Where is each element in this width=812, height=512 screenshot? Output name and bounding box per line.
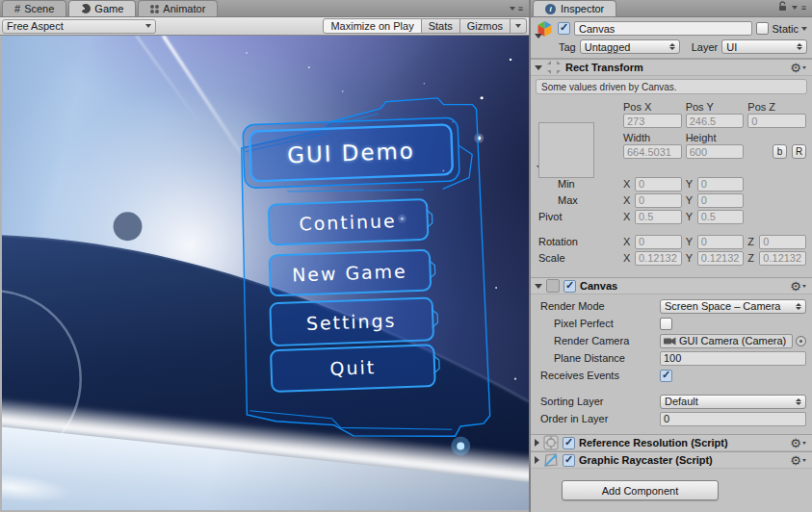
gear-icon[interactable]: ⚙ (790, 454, 806, 467)
chevron-down-icon[interactable] (792, 6, 798, 10)
graphic-raycaster-icon (543, 452, 559, 468)
glow-orb (451, 436, 470, 455)
gear-icon[interactable]: ⚙ (790, 437, 806, 449)
pos-x-label: Pos X (623, 100, 682, 113)
anchor-preview[interactable] (538, 122, 594, 178)
tab-animator-label: Animator (163, 3, 205, 14)
gear-icon[interactable]: ⚙ (790, 280, 806, 293)
anchor-min-x-field[interactable]: 0 (635, 177, 682, 192)
rotation-y-field[interactable]: 0 (697, 235, 745, 249)
rotation-z-field[interactable]: 0 (759, 235, 806, 249)
component-enabled-checkbox[interactable] (563, 454, 575, 467)
tab-inspector-label: Inspector (561, 3, 604, 14)
graphic-raycaster-title: Graphic Raycaster (Script) (579, 454, 713, 466)
lock-icon[interactable] (778, 1, 788, 13)
foldout-open-icon[interactable] (535, 284, 542, 289)
menu-button-continue[interactable]: Continue (269, 199, 433, 245)
static-dropdown-icon[interactable] (801, 27, 807, 31)
width-field[interactable]: 664.5031 (623, 144, 682, 159)
pivot-label: Pivot (538, 211, 623, 222)
gameobject-header: Canvas Static Tag Untagged Layer UI (531, 17, 812, 59)
active-checkbox[interactable] (558, 22, 570, 35)
rect-transform-header[interactable]: Rect Transform ⚙ (531, 59, 812, 76)
canvas-enabled-checkbox[interactable] (563, 280, 576, 293)
pivot-y-field[interactable]: 0.5 (697, 210, 745, 224)
raw-edit-mode-button[interactable]: R (792, 144, 806, 159)
scale-z-field[interactable]: 0.12132 (759, 251, 806, 266)
layer-label: Layer (692, 41, 719, 53)
height-field[interactable]: 600 (686, 144, 745, 159)
inspector-menu-icon[interactable]: ≡ (801, 3, 807, 13)
pane-dropdown-icon[interactable] (510, 7, 515, 11)
rotation-row: Rotation X0 Y0 Z0 (538, 234, 806, 249)
anchor-min-y-field[interactable]: 0 (697, 177, 745, 192)
tag-label: Tag (559, 41, 576, 53)
height-label: Height (686, 131, 745, 143)
aspect-dropdown[interactable]: Free Aspect (2, 19, 156, 34)
stats-button[interactable]: Stats (422, 18, 460, 34)
game-toolbar: Free Aspect Maximize on Play Stats Gizmo… (0, 17, 529, 36)
foldout-closed-icon[interactable] (535, 456, 539, 464)
gizmos-dropdown-button[interactable] (511, 18, 527, 34)
order-in-layer-label: Order in Layer (540, 413, 660, 424)
render-camera-object-field[interactable]: GUI Camera (Camera) (660, 334, 793, 348)
pivot-row: Pivot X0.5 Y0.5 (538, 209, 806, 224)
menu-button-settings[interactable]: Settings (270, 297, 438, 346)
render-mode-label: Render Mode (540, 300, 660, 312)
icon-dropdown-arrow[interactable] (535, 34, 542, 38)
tab-animator[interactable]: Animator (138, 0, 218, 16)
tab-scene[interactable]: # Scene (2, 0, 66, 16)
plane-distance-field[interactable]: 100 (660, 351, 806, 366)
min-label: Min (538, 178, 623, 190)
menu-button-label: New Game (292, 260, 407, 285)
layer-dropdown[interactable]: UI (721, 39, 807, 54)
game-view-icon (81, 4, 91, 13)
maximize-on-play-button[interactable]: Maximize on Play (323, 18, 421, 34)
gear-icon[interactable]: ⚙ (790, 62, 806, 74)
width-label: Width (623, 131, 682, 143)
tab-game-label: Game (94, 3, 123, 14)
tab-game[interactable]: Game (68, 0, 136, 16)
pos-y-field[interactable]: 246.5 (686, 114, 745, 128)
rect-transform-body: Pos X Pos Y Pos Z 273 246.5 0 Width Heig… (531, 97, 812, 277)
chevron-down-icon (145, 24, 151, 28)
sorting-layer-dropdown[interactable]: Default (660, 395, 806, 409)
graphic-raycaster-header[interactable]: Graphic Raycaster (Script) ⚙ (531, 451, 812, 469)
receives-events-checkbox[interactable] (660, 370, 672, 382)
component-enabled-checkbox[interactable] (563, 437, 575, 449)
menu-button-quit[interactable]: Quit (271, 345, 440, 392)
inspector-panel: i Inspector ≡ (531, 0, 812, 512)
blueprint-mode-button[interactable]: b (773, 144, 787, 159)
inspector-tabbar: i Inspector ≡ (531, 0, 812, 17)
pos-z-field[interactable]: 0 (747, 114, 806, 128)
name-field[interactable]: Canvas (574, 21, 752, 36)
anchor-max-x-field[interactable]: 0 (635, 193, 682, 208)
tag-dropdown[interactable]: Untagged (580, 39, 680, 54)
render-mode-dropdown[interactable]: Screen Space – Camera (660, 299, 806, 314)
game-pane: # Scene Game Animator ≡ Free Aspect (0, 0, 529, 512)
pos-x-field[interactable]: 273 (623, 114, 682, 128)
scale-y-field[interactable]: 0.12132 (697, 251, 745, 266)
canvas-component-header[interactable]: Canvas ⚙ (531, 277, 812, 294)
reference-resolution-header[interactable]: Reference Resolution (Script) ⚙ (531, 434, 812, 451)
menu-button-new-game[interactable]: New Game (270, 250, 436, 296)
pivot-x-field[interactable]: 0.5 (635, 210, 682, 224)
scale-x-field[interactable]: 0.12132 (635, 251, 682, 266)
chevron-down-icon (515, 24, 521, 28)
tab-inspector[interactable]: i Inspector (533, 0, 616, 16)
foldout-closed-icon[interactable] (535, 439, 539, 447)
aspect-dropdown-label: Free Aspect (7, 20, 64, 32)
rotation-x-field[interactable]: 0 (635, 235, 682, 249)
object-picker-icon[interactable] (796, 336, 806, 346)
add-component-button[interactable]: Add Component (562, 480, 719, 500)
static-checkbox[interactable] (756, 22, 769, 35)
gizmos-button[interactable]: Gizmos (460, 18, 511, 34)
pixel-perfect-checkbox[interactable] (660, 318, 672, 330)
gui-demo-menu: GUI Demo Continue New Game (2, 36, 529, 510)
anchor-max-y-field[interactable]: 0 (697, 193, 745, 208)
dropdown-arrows-icon (797, 43, 802, 50)
camera-icon (664, 337, 676, 346)
foldout-open-icon[interactable] (535, 65, 542, 70)
order-in-layer-field[interactable]: 0 (660, 412, 806, 426)
pane-menu-icon[interactable]: ≡ (518, 4, 524, 13)
